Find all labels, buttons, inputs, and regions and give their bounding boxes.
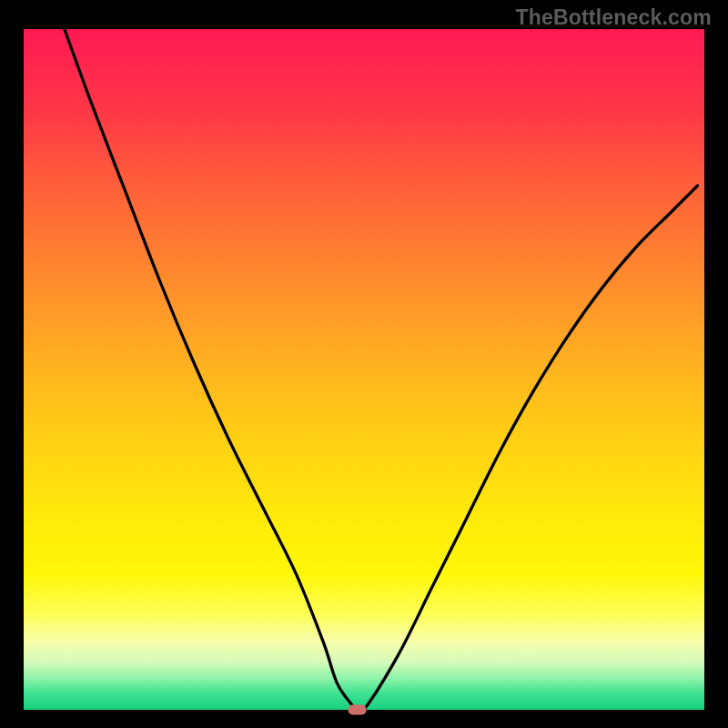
optimum-marker <box>349 705 367 715</box>
bottleneck-chart <box>0 0 728 728</box>
chart-frame: TheBottleneck.com <box>0 0 728 728</box>
plot-background <box>24 29 704 710</box>
watermark-text: TheBottleneck.com <box>515 5 712 30</box>
